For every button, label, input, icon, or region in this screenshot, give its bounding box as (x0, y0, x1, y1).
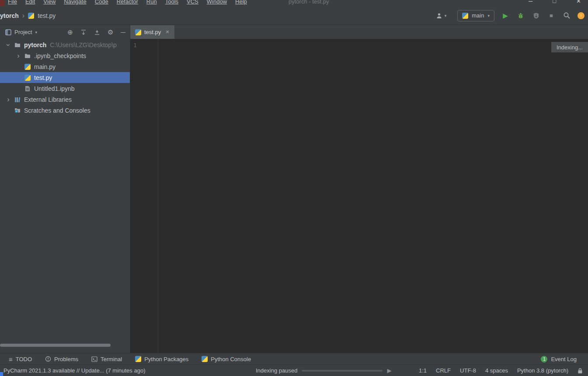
menubar: File Edit View Navigate Code Refactor Ru… (0, 0, 588, 7)
run-configuration-select[interactable]: main ▾ (457, 10, 494, 21)
users-icon (436, 13, 443, 19)
project-toolwindow-icon (5, 29, 11, 35)
run-configuration-name: main (472, 12, 484, 19)
breadcrumb-file[interactable]: test.py (38, 12, 56, 19)
python-interpreter[interactable]: Python 3.8 (pytorch) (517, 367, 568, 374)
progress-bar (302, 370, 383, 372)
tree-item-main-py[interactable]: main.py (0, 61, 130, 72)
close-icon[interactable]: ✕ (576, 0, 581, 4)
indent-setting[interactable]: 4 spaces (485, 367, 508, 374)
problems-icon (45, 356, 51, 362)
code-editor[interactable] (159, 39, 588, 353)
project-panel-title[interactable]: Project (14, 29, 32, 35)
close-tab-icon[interactable]: ✕ (165, 29, 169, 35)
toolwindow-label: Python Console (211, 356, 251, 362)
folder-icon (14, 42, 21, 48)
tree-item-untitled1-ipynb[interactable]: Untitled1.ipynb (0, 83, 130, 94)
python-logo-icon (202, 356, 208, 362)
chevron-down-icon: ▾ (487, 14, 490, 18)
window-title: pytorch - test.py (289, 0, 329, 5)
caret-position[interactable]: 1:1 (419, 367, 427, 374)
indexing-status-label: Indexing paused (256, 367, 297, 374)
editor-gutter[interactable]: 1 (130, 39, 158, 353)
users-button[interactable]: ▾ (436, 13, 447, 19)
collapse-all-icon[interactable] (94, 29, 100, 35)
horizontal-scrollbar[interactable] (0, 344, 111, 347)
project-tool-window: Project ▾ ⊕ ⚙ ─ › (0, 25, 130, 353)
project-panel-actions: ⊕ ⚙ ─ (67, 29, 125, 35)
toolwindow-label: Python Packages (144, 356, 188, 362)
run-button[interactable]: ▶ (501, 11, 510, 21)
tree-item-label: test.py (34, 74, 52, 81)
python-file-icon (28, 13, 34, 19)
coverage-icon (533, 12, 539, 19)
menu-vcs[interactable]: VCS (187, 0, 198, 5)
event-log-badge: 1 (541, 356, 547, 362)
tree-item-label: main.py (34, 63, 56, 70)
update-available-icon[interactable]: ↑ (578, 12, 585, 19)
tree-item-ipynb-checkpoints[interactable]: › .ipynb_checkpoints (0, 50, 130, 61)
breadcrumb-chevron-icon: › (22, 12, 24, 19)
project-tree: › pytorch C:\Users\LZG\Desktop\p › .ipyn… (0, 39, 130, 116)
stop-button[interactable]: ■ (547, 11, 556, 21)
search-everywhere-button[interactable] (562, 11, 571, 21)
toolwindow-python-console[interactable]: Python Console (202, 356, 251, 362)
toolwindow-todo[interactable]: ≡ TODO (9, 356, 32, 362)
menu-tools[interactable]: Tools (165, 0, 178, 5)
breadcrumb-project[interactable]: ytorch (0, 12, 19, 19)
todo-list-icon: ≡ (9, 356, 13, 362)
tree-item-external-libraries[interactable]: › External Libraries (0, 94, 130, 105)
notebook-file-icon (25, 86, 30, 92)
maximize-icon[interactable]: □ (553, 0, 556, 4)
menu-code[interactable]: Code (95, 0, 108, 5)
menu-items: File Edit View Navigate Code Refactor Ru… (8, 0, 247, 5)
file-encoding[interactable]: UTF-8 (460, 367, 476, 374)
toolwindow-python-packages[interactable]: Python Packages (135, 356, 188, 362)
breadcrumb: ytorch › test.py (0, 7, 56, 24)
coverage-button[interactable] (532, 11, 540, 21)
status-widgets: 1:1 CRLF UTF-8 4 spaces Python 3.8 (pyto… (419, 367, 588, 374)
menu-help[interactable]: Help (235, 0, 247, 5)
debug-button[interactable] (516, 11, 525, 21)
tree-item-scratches-consoles[interactable]: Scratches and Consoles (0, 105, 130, 116)
resume-indexing-icon[interactable]: ▶ (387, 367, 391, 374)
indexing-status-chip: Indexing... (551, 42, 588, 52)
update-message[interactable]: PyCharm 2021.1.3 available // Update... … (0, 367, 145, 374)
tree-item-pytorch[interactable]: › pytorch C:\Users\LZG\Desktop\p (0, 39, 130, 50)
tree-item-test-py[interactable]: test.py (0, 72, 130, 83)
project-panel-header: Project ▾ ⊕ ⚙ ─ (0, 25, 130, 39)
window-controls: ─ □ ✕ (529, 0, 581, 4)
toolwindow-terminal[interactable]: Terminal (91, 356, 122, 362)
folder-icon (24, 53, 31, 59)
chevron-right-icon[interactable]: › (3, 96, 13, 103)
chevron-down-icon[interactable]: ▾ (35, 30, 37, 34)
menu-window[interactable]: Window (207, 0, 227, 5)
minimize-icon[interactable]: ─ (529, 0, 532, 4)
tree-item-label: External Libraries (24, 96, 72, 103)
editor-area: test.py ✕ 1 Indexing... (130, 25, 588, 353)
locate-file-icon[interactable]: ⊕ (67, 29, 73, 35)
gear-icon[interactable]: ⚙ (108, 29, 113, 35)
toolwindow-problems[interactable]: Problems (45, 356, 78, 362)
line-separator[interactable]: CRLF (436, 367, 451, 374)
tree-item-label: Scratches and Consoles (24, 107, 90, 114)
tab-test-py[interactable]: test.py ✕ (130, 25, 174, 39)
tool-window-bar: ≡ TODO Problems Terminal Python Packages (0, 353, 588, 365)
menu-file[interactable]: File (8, 0, 17, 5)
menu-edit[interactable]: Edit (25, 0, 35, 5)
bug-icon (517, 12, 524, 19)
python-logo-icon (462, 13, 468, 19)
pycharm-window: File Edit View Navigate Code Refactor Ru… (0, 0, 588, 376)
chevron-down-icon[interactable]: › (5, 40, 12, 50)
tree-item-path: C:\Users\LZG\Desktop\p (50, 41, 117, 48)
menu-run[interactable]: Run (146, 0, 157, 5)
python-file-icon (24, 64, 31, 70)
menu-navigate[interactable]: Navigate (64, 0, 86, 5)
menu-refactor[interactable]: Refactor (117, 0, 138, 5)
menu-view[interactable]: View (43, 0, 56, 5)
hide-panel-icon[interactable]: ─ (121, 29, 125, 35)
chevron-right-icon[interactable]: › (14, 52, 23, 59)
lock-icon[interactable] (578, 368, 583, 374)
toolwindow-event-log[interactable]: 1 Event Log (541, 356, 577, 362)
expand-all-icon[interactable] (80, 29, 87, 35)
